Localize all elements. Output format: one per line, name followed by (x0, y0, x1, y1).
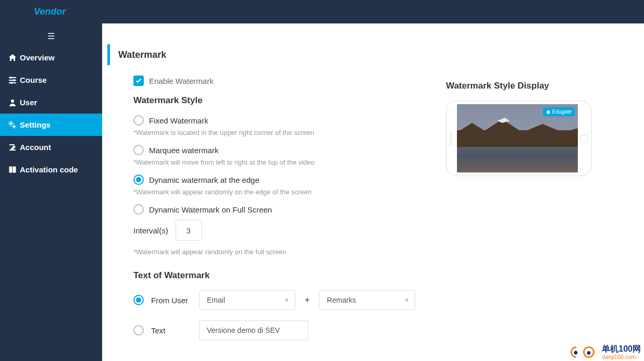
from-user-field1-select[interactable]: Email ▼ (199, 290, 295, 310)
svg-point-8 (13, 126, 15, 128)
select-value: Remarks (327, 296, 356, 304)
fixed-watermark-radio[interactable] (133, 115, 144, 126)
sidebar-item-label: User (20, 98, 37, 107)
text-radio[interactable] (133, 325, 144, 335)
sidebar-item-settings[interactable]: Settings (0, 114, 102, 136)
svg-marker-11 (457, 119, 578, 147)
sidebar-item-label: Account (20, 143, 51, 152)
sidebar-item-user[interactable]: User (0, 91, 102, 114)
sidebar-item-label: Settings (20, 120, 51, 129)
from-user-radio[interactable] (133, 295, 144, 305)
svg-point-6 (11, 99, 14, 103)
watermark-badge: ◉ Edugate (543, 107, 575, 116)
menu-toggle-button[interactable]: ☰ (0, 23, 102, 46)
chevron-down-icon: ▼ (284, 297, 290, 303)
dynamic-edge-hint: *Watermark will appear randomly on the e… (133, 188, 420, 196)
edit-icon (8, 143, 17, 152)
fixed-watermark-label: Fixed Watermark (149, 116, 208, 125)
watermark-style-title: Watermark Style (133, 95, 420, 106)
phone-speaker (450, 131, 452, 146)
interval-label: Interval(s) (133, 226, 168, 235)
svg-point-3 (10, 77, 12, 79)
svg-point-5 (10, 82, 13, 84)
from-user-label: From User (151, 296, 192, 305)
dynamic-full-hint: *Watermark will appear randomly on the f… (133, 248, 420, 256)
marquee-watermark-hint: *Watermark will move from left to right … (133, 158, 420, 166)
svg-rect-10 (13, 167, 16, 172)
svg-point-4 (13, 79, 15, 81)
sliders-icon (8, 76, 17, 84)
sidebar-item-label: Overview (20, 53, 55, 62)
user-icon (8, 98, 17, 107)
dynamic-full-radio[interactable] (133, 204, 144, 215)
sidebar-item-label: Course (20, 76, 47, 84)
text-label: Text (151, 326, 192, 335)
watermark-display-title: Watermark Style Display (446, 81, 613, 91)
site-watermark: 单机100网 danji100.com (571, 344, 641, 361)
watermark-text-input[interactable] (199, 320, 308, 340)
mountain-icon (457, 118, 578, 149)
sidebar-item-overview[interactable]: Overview (0, 46, 102, 69)
marquee-watermark-label: Marquee watermark (149, 146, 218, 155)
select-value: Email (207, 296, 225, 304)
text-watermark-title: Text of Watermark (133, 270, 420, 281)
gears-icon (8, 121, 17, 129)
fixed-watermark-hint: *Watermark is located in the upper right… (133, 129, 420, 136)
phone-home-button (580, 134, 588, 143)
check-icon (135, 77, 142, 84)
sidebar-item-label: Activation code (20, 165, 78, 174)
plus-separator: + (303, 295, 312, 305)
site-watermark-cn: 单机100网 (602, 345, 641, 353)
sidebar-item-course[interactable]: Course (0, 69, 102, 91)
panel-header: Watermark (107, 44, 639, 65)
interval-input[interactable] (176, 220, 202, 241)
home-icon (8, 54, 17, 62)
svg-point-7 (10, 122, 12, 125)
marquee-watermark-radio[interactable] (133, 145, 144, 155)
sidebar-item-account[interactable]: Account (0, 136, 102, 158)
svg-rect-9 (9, 167, 12, 172)
sidebar-item-activation[interactable]: Activation code (0, 158, 102, 181)
panel-title: Watermark (118, 49, 166, 60)
brand-logo: Vendor (34, 6, 66, 17)
chevron-down-icon: ▼ (404, 297, 410, 303)
dynamic-edge-label: Dynamic watermark at the edge (149, 176, 259, 184)
from-user-field2-select[interactable]: Remarks ▼ (319, 290, 415, 310)
enable-watermark-label: Enable Watermark (149, 77, 214, 85)
watermark-badge-text: Edugate (552, 109, 572, 115)
dynamic-full-label: Dynamic Watermark on Full Screen (149, 205, 272, 214)
phone-preview: ◉ Edugate (446, 101, 592, 176)
site-watermark-en: danji100.com (602, 353, 641, 360)
hamburger-icon: ☰ (47, 32, 55, 41)
globe-icon: ◉ (546, 109, 551, 115)
dynamic-edge-radio[interactable] (133, 175, 144, 185)
book-icon (8, 166, 17, 174)
enable-watermark-checkbox[interactable] (133, 76, 144, 86)
phone-screen: ◉ Edugate (457, 104, 578, 172)
goggles-icon (571, 344, 599, 361)
